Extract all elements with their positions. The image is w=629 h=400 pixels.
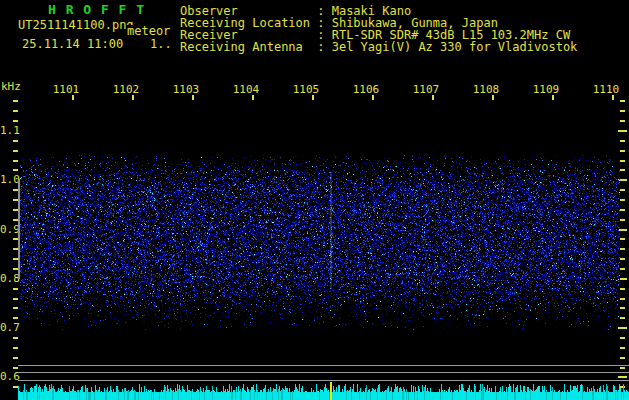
minute-tick — [612, 95, 614, 100]
echo-marker — [330, 382, 332, 400]
minute-tick — [252, 95, 254, 100]
echo-streak — [330, 172, 332, 288]
hrofft-screen: H R O F F T UT2511141100.png meteor 25.1… — [0, 0, 629, 400]
info-separator: : — [310, 40, 332, 54]
level-ref-line-upper — [18, 365, 629, 366]
datetime: 25.11.14 11:00 — [22, 38, 123, 50]
freq-label: 1.0 — [0, 174, 18, 185]
axis-tick — [13, 307, 18, 309]
time-label: 1110 — [586, 84, 626, 95]
time-label: 1101 — [46, 84, 86, 95]
minute-tick — [132, 95, 134, 100]
axis-tick — [13, 317, 18, 319]
freq-label: 0.7 — [0, 322, 18, 333]
axis-tick — [13, 110, 18, 112]
axis-tick — [13, 169, 18, 171]
axis-tick — [620, 268, 625, 270]
freq-unit-label: kHz — [1, 81, 21, 92]
axis-tick — [618, 376, 627, 378]
axis-tick — [13, 347, 18, 349]
axis-tick — [620, 209, 625, 211]
axis-tick — [620, 100, 625, 102]
time-label: 1102 — [106, 84, 146, 95]
meteor-label: meteor — [126, 25, 170, 37]
axis-tick — [620, 150, 625, 152]
time-label: 1107 — [406, 84, 446, 95]
filename: UT2511141100.png — [18, 19, 134, 31]
axis-tick — [620, 219, 625, 221]
time-label: 1108 — [466, 84, 506, 95]
axis-tick — [620, 248, 625, 250]
minute-tick — [492, 95, 494, 100]
axis-tick — [620, 367, 625, 369]
time-label: 1109 — [526, 84, 566, 95]
axis-tick — [13, 288, 18, 290]
axis-tick — [620, 160, 625, 162]
level-ref-line-middle — [18, 372, 629, 373]
axis-tick — [13, 160, 18, 162]
axis-tick — [13, 337, 18, 339]
freq-label: 0.8 — [0, 273, 18, 284]
echo-counter: 1.. — [150, 38, 172, 50]
minute-tick — [432, 95, 434, 100]
info-row: Receiving Antenna : 3el Yagi(V) Az 330 f… — [180, 41, 577, 53]
axis-tick — [620, 140, 625, 142]
band-reference-line — [18, 179, 20, 279]
freq-label: 0.9 — [0, 224, 18, 235]
level-ref-line-lower — [18, 380, 629, 381]
minute-tick — [312, 95, 314, 100]
axis-tick — [620, 120, 625, 122]
time-label: 1104 — [226, 84, 266, 95]
axis-tick — [620, 317, 625, 319]
axis-tick — [620, 258, 625, 260]
axis-tick — [620, 238, 625, 240]
axis-tick — [13, 357, 18, 359]
axis-tick — [13, 367, 18, 369]
axis-tick — [620, 337, 625, 339]
axis-tick — [13, 100, 18, 102]
axis-tick — [620, 199, 625, 201]
axis-tick — [620, 298, 625, 300]
minute-tick — [372, 95, 374, 100]
minute-tick — [192, 95, 194, 100]
spectrogram-canvas — [20, 155, 620, 330]
minute-tick — [552, 95, 554, 100]
axis-tick — [620, 169, 625, 171]
time-label: 1103 — [166, 84, 206, 95]
axis-tick — [13, 120, 18, 122]
level-strip-canvas — [18, 382, 629, 400]
axis-tick — [620, 307, 625, 309]
axis-tick — [620, 357, 625, 359]
app-title: H R O F F T — [48, 3, 145, 16]
time-label: 1106 — [346, 84, 386, 95]
axis-tick — [618, 130, 627, 132]
freq-label: 1.1 — [0, 125, 18, 136]
info-value: 3el Yagi(V) Az 330 for Vladivostok — [332, 40, 578, 54]
freq-label: 0.6 — [0, 371, 18, 382]
info-label: Receiving Antenna — [180, 41, 310, 53]
axis-tick — [620, 189, 625, 191]
axis-tick — [620, 288, 625, 290]
time-label: 1105 — [286, 84, 326, 95]
axis-tick — [620, 110, 625, 112]
axis-tick — [13, 298, 18, 300]
axis-tick — [620, 347, 625, 349]
axis-tick — [13, 140, 18, 142]
axis-tick — [13, 150, 18, 152]
receiver-info: Observer : Masaki KanoReceiving Location… — [180, 5, 577, 53]
minute-tick — [72, 95, 74, 100]
